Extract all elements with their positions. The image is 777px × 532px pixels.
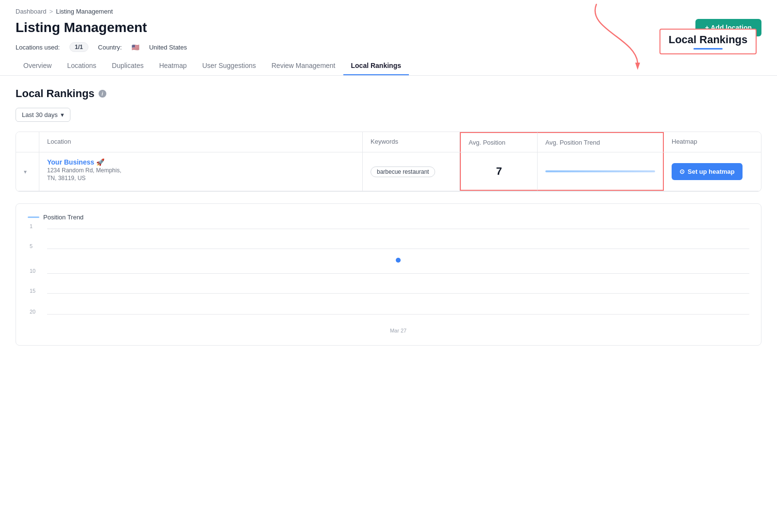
page-wrapper: Dashboard > Listing Management Listing M… [0,0,777,532]
y-label-5: 5 [30,243,33,249]
business-name[interactable]: Your Business 🚀 [47,158,104,166]
meta-row: Locations used: 1/1 Country: 🇺🇸 United S… [16,42,761,52]
th-avg-position-trend: Avg. Position Trend [538,132,664,152]
country-label: Country: [98,44,122,51]
grid-line-5: 5 [47,249,749,249]
tab-locations[interactable]: Locations [59,58,104,75]
td-keywords: barbecue restaurant [363,152,460,191]
legend-label: Position Trend [43,214,84,221]
grid-line-15: 15 [47,293,749,294]
section-title: Local Rankings [16,87,95,100]
th-keywords: Keywords [363,132,460,152]
td-heatmap: ⊙ Set up heatmap [664,152,761,191]
grid-line-10: 10 [47,273,749,274]
breadcrumb-separator: > [50,8,53,15]
legend-row: Position Trend [28,214,749,221]
page-title: Listing Management [16,20,147,35]
grid-line-1: 1 [47,229,749,229]
table-row: ▾ Your Business 🚀 1234 Random Rd, Memphi… [16,152,761,191]
y-label-20: 20 [30,309,35,315]
locations-used-label: Locations used: [16,44,60,51]
business-address-line1: 1234 Random Rd, Memphis, [47,167,121,174]
tab-local-rankings[interactable]: Local Rankings [343,58,409,75]
legend-line-icon [28,216,39,218]
chart-section: Position Trend 1 5 10 [16,203,761,346]
y-label-15: 15 [30,288,35,294]
chevron-down-icon: ▾ [61,111,64,118]
tab-overview[interactable]: Overview [16,58,59,75]
tab-review-management[interactable]: Review Management [264,58,343,75]
table-header: Location Keywords Avg. Position Avg. Pos… [16,132,761,152]
chart-container: 1 5 10 15 20 [28,229,749,335]
add-location-button[interactable]: + Add location [695,19,761,36]
tab-user-suggestions[interactable]: User Suggestions [194,58,264,75]
date-filter-dropdown[interactable]: Last 30 days ▾ [16,108,70,122]
grid-line-20: 20 [47,314,749,315]
th-heatmap: Heatmap [664,132,761,152]
keyword-badge[interactable]: barbecue restaurant [371,166,435,177]
breadcrumb: Dashboard > Listing Management [16,8,761,15]
data-table: Location Keywords Avg. Position Avg. Pos… [16,132,761,192]
country-flag: 🇺🇸 [132,44,139,51]
avg-position-value: 7 [496,165,502,178]
chart-grid: 1 5 10 15 20 [47,229,749,324]
y-label-10: 10 [30,268,35,274]
breadcrumb-current: Listing Management [56,8,113,15]
th-expand [16,132,39,152]
tab-duplicates[interactable]: Duplicates [104,58,151,75]
nav-area: Overview Locations Duplicates Heatmap Us… [16,58,761,75]
country-name: United States [149,44,187,51]
td-expand[interactable]: ▾ [16,152,39,191]
section-title-row: Local Rankings i [16,87,761,100]
y-label-1: 1 [30,223,33,229]
trend-line [545,170,655,172]
business-address-line2: TN, 38119, US [47,175,85,182]
top-bar: Dashboard > Listing Management Listing M… [0,0,777,76]
locations-badge: 1/1 [69,42,88,52]
heatmap-btn-label: Set up heatmap [688,168,735,175]
x-label-mar27: Mar 27 [390,328,406,333]
chart-data-dot [396,258,401,263]
set-up-heatmap-button[interactable]: ⊙ Set up heatmap [672,163,743,180]
chevron-down-icon: ▾ [24,168,27,175]
breadcrumb-home[interactable]: Dashboard [16,8,47,15]
tab-heatmap[interactable]: Heatmap [152,58,195,75]
th-location: Location [39,132,363,152]
heatmap-icon: ⊙ [679,168,685,175]
nav-tabs: Overview Locations Duplicates Heatmap Us… [16,58,761,75]
td-avg-position-trend [538,152,664,191]
td-location: Your Business 🚀 1234 Random Rd, Memphis,… [39,152,363,191]
content-area: Local Rankings i Last 30 days ▾ Location… [0,76,777,357]
info-icon[interactable]: i [99,90,106,98]
td-avg-position: 7 [460,152,538,191]
th-avg-position: Avg. Position [460,132,538,152]
header-row: Listing Management + Add location [16,19,761,36]
date-filter-label: Last 30 days [22,111,58,118]
